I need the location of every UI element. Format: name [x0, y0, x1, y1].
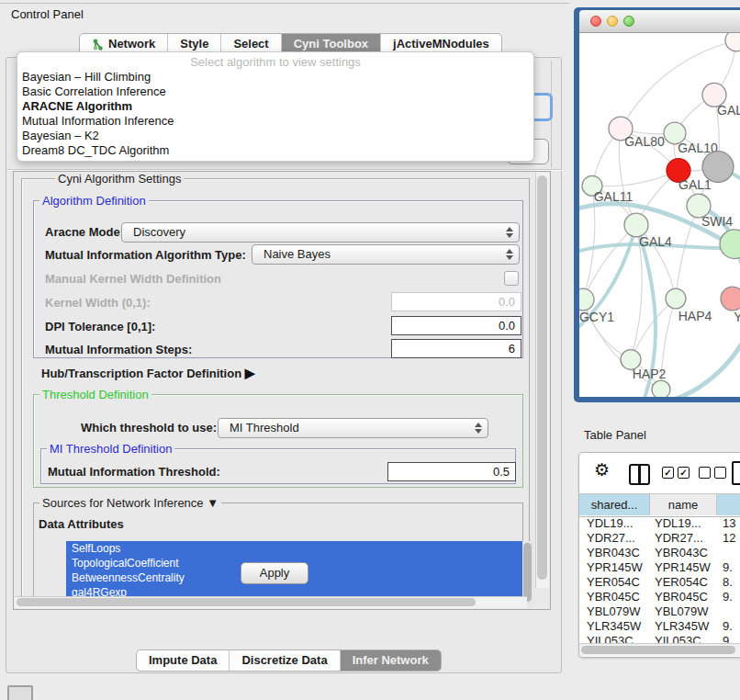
network-view-window: GALGAL80GAL10GAL1GAL11SWI4GAL4GCY1HAP4YH… [574, 7, 740, 402]
table-row[interactable]: YBR043CYBR043C [579, 546, 740, 560]
algorithm-option-bayesian-k2[interactable]: Bayesian – K2 [17, 129, 533, 143]
minimize-traffic-light-icon[interactable] [607, 16, 618, 27]
checked-checkbox-icon[interactable]: ✓ [662, 467, 674, 479]
attribute-item-selfloops[interactable]: SelfLoops [66, 541, 522, 556]
table-row[interactable]: YDR27...YDR27...12 [579, 531, 740, 546]
unchecked-checkbox-icon[interactable] [714, 467, 726, 479]
sources-title: Sources for Network Inference [42, 496, 204, 510]
mi-steps-label: Mutual Information Steps: [45, 343, 192, 356]
close-traffic-light-icon[interactable] [590, 16, 601, 27]
table-cell: YBR043C [655, 546, 713, 560]
table-horizontal-scrollbar[interactable] [579, 643, 740, 656]
data-attributes-label: Data Attributes [39, 517, 124, 531]
hub-definition-expander[interactable]: Hub/Transcription Factor Definition ▶ [41, 366, 255, 380]
node-label: GCY1 [579, 310, 614, 324]
network-node[interactable] [725, 33, 740, 51]
table-row[interactable]: YPR145WYPR145W9. [579, 560, 740, 575]
cyni-algorithm-settings-title: Cyni Algorithm Settings [55, 172, 184, 186]
combo-arrows-icon [506, 249, 514, 261]
network-node-hap4[interactable] [666, 288, 686, 309]
mi-steps-field[interactable]: 6 [391, 339, 521, 358]
checked-checkbox-icon[interactable]: ✓ [678, 467, 690, 479]
network-node-gcy1[interactable] [579, 288, 594, 310]
cyni-bottom-tabs: Impute DataDiscretize DataInfer Network [136, 649, 442, 672]
table-cell: 9. [723, 590, 740, 604]
table-row[interactable]: YER054CYER054C8. [579, 575, 740, 590]
table-cell: YDR27... [587, 531, 647, 546]
algorithm-option-basic-correlation-inference[interactable]: Basic Correlation Inference [17, 85, 533, 99]
node-label: HAP4 [678, 309, 712, 323]
network-node-y[interactable] [721, 287, 740, 310]
table-row[interactable]: YBL079WYBL079W [579, 604, 740, 619]
table-cell: 9. [723, 560, 740, 575]
algorithm-option-aracne-algorithm[interactable]: ARACNE Algorithm [17, 99, 533, 114]
table-row[interactable]: YLR345WYLR345W9. [579, 619, 740, 634]
table-cell: YBR045C [587, 590, 647, 604]
zoom-traffic-light-icon[interactable] [623, 16, 634, 27]
algorithm-option-dream8-dc-tdc-algorithm[interactable]: Dream8 DC_TDC Algorithm [17, 143, 533, 158]
node-label: GAL11 [594, 189, 633, 204]
network-graph[interactable]: GALGAL80GAL10GAL1GAL11SWI4GAL4GCY1HAP4YH… [579, 33, 740, 397]
unchecked-checkbox-icon[interactable] [699, 467, 711, 479]
node-label: GAL [717, 103, 740, 118]
table-cell: YPR145W [587, 560, 647, 575]
settings-horizontal-scrollbar[interactable] [15, 596, 527, 608]
aracne-mode-combo[interactable]: Discovery [121, 222, 520, 243]
column-header-partial[interactable] [717, 494, 740, 515]
which-threshold-value: MI Threshold [219, 419, 488, 437]
gear-icon[interactable]: ⚙ [594, 460, 610, 480]
document-icon[interactable] [732, 461, 740, 485]
network-icon [92, 39, 104, 51]
dpi-tolerance-field[interactable]: 0.0 [391, 316, 521, 335]
column-header-shared[interactable]: shared... [579, 494, 650, 515]
collapsed-panel-button[interactable] [7, 685, 33, 700]
tab-infer-network[interactable]: Infer Network [340, 650, 441, 671]
kernel-width-field[interactable]: 0.0 [391, 292, 521, 311]
table-cell: YBR043C [587, 546, 647, 560]
mi-threshold-label: Mutual Information Threshold: [48, 465, 220, 479]
node-label: GAL80 [624, 134, 665, 149]
apply-button[interactable]: Apply [241, 562, 308, 584]
table-cell: YPR145W [655, 560, 713, 575]
columns-icon[interactable] [629, 464, 650, 485]
table-cell: YLR345W [655, 619, 713, 634]
table-cell: 12 [723, 531, 740, 546]
column-header-name[interactable]: name [650, 494, 717, 515]
tab-impute-data[interactable]: Impute Data [137, 650, 229, 671]
table-cell: 8. [723, 575, 740, 590]
table-cell: YDR27... [655, 531, 713, 546]
manual-kernel-width-label: Manual Kernel Width Definition [45, 272, 221, 286]
network-node[interactable] [702, 152, 734, 183]
table-row[interactable]: YBR045CYBR045C9. [579, 590, 740, 604]
sources-expander[interactable]: Sources for Network Inference ▼ [39, 496, 221, 510]
table-cell: YBR045C [655, 590, 713, 604]
tab-label: Infer Network [353, 650, 429, 671]
network-node[interactable] [652, 380, 670, 397]
table-cell: YDL19... [655, 516, 713, 531]
settings-vertical-scrollbar[interactable] [535, 173, 549, 588]
expand-down-icon: ▼ [207, 496, 219, 510]
which-threshold-combo[interactable]: MI Threshold [218, 418, 488, 438]
table-row[interactable]: YDL19...YDL19...13 [579, 516, 740, 531]
mi-algorithm-type-combo[interactable]: Naive Bayes [252, 244, 520, 265]
which-threshold-label: Which threshold to use: [81, 421, 217, 435]
combo-arrows-icon [506, 227, 514, 239]
node-label: GAL4 [639, 234, 672, 249]
manual-kernel-width-checkbox[interactable] [504, 271, 519, 286]
node-label: HAP2 [633, 367, 667, 381]
algorithm-popup-placeholder: Select algorithm to view settings [17, 52, 533, 70]
tab-label: Impute Data [149, 650, 217, 671]
network-node[interactable] [720, 230, 740, 259]
algorithm-option-bayesian-hill-climbing[interactable]: Bayesian – Hill Climbing [17, 70, 533, 85]
mi-threshold-field[interactable]: 0.5 [387, 462, 516, 481]
tab-discretize-data[interactable]: Discretize Data [229, 650, 339, 671]
table-cell: YER054C [655, 575, 713, 590]
network-canvas[interactable]: GALGAL80GAL10GAL1GAL11SWI4GAL4GCY1HAP4YH… [579, 33, 740, 397]
algorithm-option-mutual-information-inference[interactable]: Mutual Information Inference [17, 114, 533, 129]
table-header: shared... name [579, 493, 740, 517]
settings-scrollpane: Cyni Algorithm Settings Algorithm Defini… [13, 171, 551, 610]
network-window-titlebar[interactable] [579, 10, 740, 33]
network-edge [592, 170, 678, 186]
screen: { "icons": {"expand_right":"\u25B6","exp… [0, 0, 740, 700]
node-label: GAL1 [678, 177, 712, 192]
